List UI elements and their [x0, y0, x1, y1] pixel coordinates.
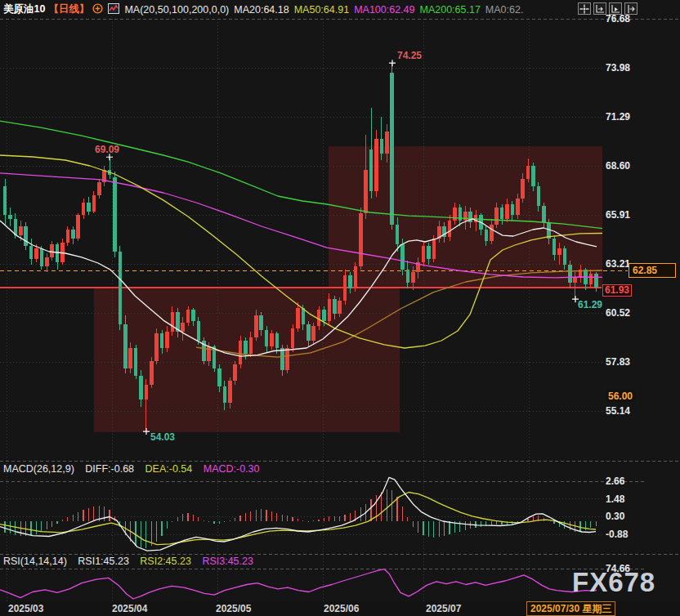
macd-diff-value: DIFF:-0.68: [85, 463, 134, 475]
axis-scale-left-icon[interactable]: [593, 2, 606, 15]
macd-label-row: MACD(26,12,9) DIFF:-0.68 DEA:-0.54 MACD:…: [3, 463, 268, 475]
month-label[interactable]: 2025/04: [112, 603, 147, 614]
ma100-value: MA100:62.49: [354, 4, 414, 16]
rsi1-value: RSI1:45.23: [78, 556, 129, 567]
price-axis-label: 57.83: [606, 356, 630, 368]
ma20-value: MA20:64.18: [234, 4, 289, 16]
rsi-line: [0, 569, 597, 599]
symbol-title: 美原油10: [3, 2, 45, 16]
chart-logo-icon: [108, 3, 119, 16]
rsi2-value: RSI2:45.23: [140, 556, 191, 567]
macd-diff-line: [0, 477, 596, 551]
last-price-box: 61.93: [602, 284, 632, 297]
ma-settings-label[interactable]: MA(20,50,100,200,0,0): [124, 4, 229, 16]
macd-axis-label: 1.48: [606, 493, 624, 505]
macd-histogram: [5, 489, 596, 548]
macd-axis-label: 0.30: [606, 511, 624, 522]
price-annotation: 61.29: [578, 299, 602, 310]
macd-dea-value: DEA:-0.54: [145, 463, 193, 475]
add-indicator-icon[interactable]: [92, 3, 103, 16]
ma200-value: MA200:65.17: [419, 4, 480, 16]
last-date-label: 2025/07/30 星期三: [526, 601, 615, 616]
price-axis-label: 76.68: [606, 13, 630, 25]
macd-axis-label: -0.88: [606, 529, 628, 540]
alert-price-label-5600[interactable]: 56.00: [606, 390, 635, 402]
price-axis-label: 63.21: [606, 258, 630, 270]
macd-axis-label: 2.66: [606, 475, 624, 487]
month-label[interactable]: 2025/06: [324, 603, 359, 614]
macd-dea-line: [0, 493, 596, 545]
rsi-title[interactable]: RSI(14,14,14): [3, 556, 67, 567]
price-axis-label: 71.29: [606, 111, 630, 123]
macd-title[interactable]: MACD(26,12,9): [3, 463, 74, 475]
alert-price-box-6285[interactable]: 62.85: [629, 263, 676, 278]
month-label[interactable]: 2025/07: [426, 603, 461, 614]
fx678-watermark: FX678: [572, 567, 655, 598]
price-axis-label: 65.91: [606, 209, 630, 221]
period-tag[interactable]: 【日线】: [48, 2, 89, 16]
chart-app: 美原油10 【日线】 MA(20,50,100,200,0,0) MA20:64…: [0, 0, 680, 616]
month-label[interactable]: 2025/03: [8, 603, 43, 614]
price-axis-label: 55.14: [606, 405, 630, 417]
month-label[interactable]: 2025/05: [216, 603, 251, 614]
price-axis-label: 60.52: [606, 307, 630, 319]
rsi3-value: RSI3:45.23: [202, 556, 253, 567]
price-annotation: 74.25: [397, 50, 422, 61]
price-axis-label: 73.98: [606, 62, 630, 74]
crosshair-icon[interactable]: [578, 2, 591, 15]
price-annotation: 54.03: [150, 431, 175, 443]
ma0-value: MA0:62.: [485, 4, 524, 16]
macd-macd-value: MACD:-0.30: [204, 463, 260, 475]
price-marker-cross: [389, 60, 396, 66]
price-axis-label: 68.60: [606, 160, 630, 172]
rsi-label-row: RSI(14,14,14) RSI1:45.23 RSI2:45.23 RSI3…: [3, 556, 262, 567]
ma50-value: MA50:64.91: [294, 4, 349, 16]
price-annotation: 69.09: [95, 144, 119, 155]
